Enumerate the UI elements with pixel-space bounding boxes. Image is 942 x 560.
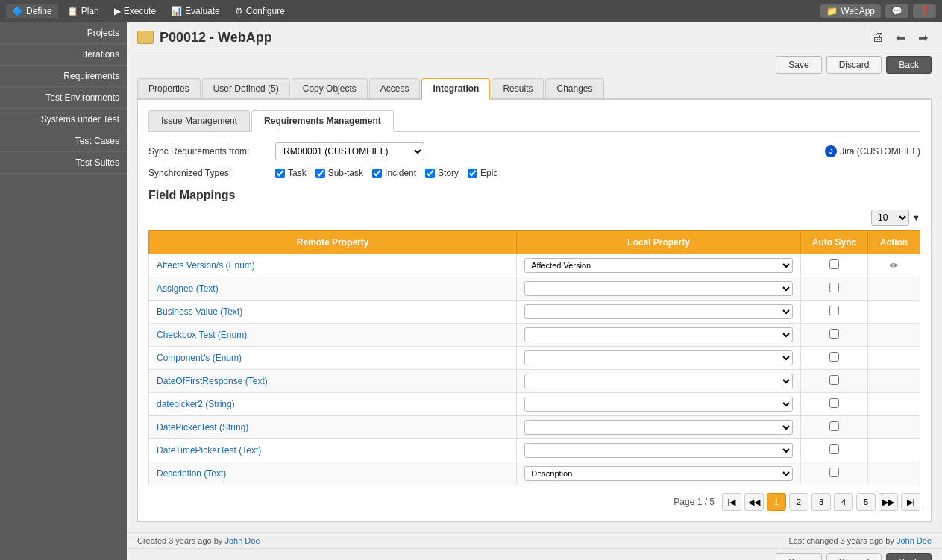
sidebar-item-projects[interactable]: Projects: [0, 22, 127, 44]
page-1-btn[interactable]: 1: [767, 493, 786, 511]
edit-icon[interactable]: ✏: [890, 259, 899, 271]
webapp-label[interactable]: 📁 WebApp: [820, 4, 881, 18]
type-task-checkbox[interactable]: [275, 169, 285, 178]
auto-sync-checkbox[interactable]: [829, 421, 839, 431]
local-property-cell[interactable]: Description: [517, 462, 801, 485]
tab-integration[interactable]: Integration: [421, 78, 490, 100]
type-story-checkbox[interactable]: [425, 169, 435, 178]
tab-copy-objects[interactable]: Copy Objects: [292, 78, 368, 98]
jira-icon: J: [825, 145, 837, 157]
auto-sync-checkbox[interactable]: [829, 352, 839, 362]
sidebar-item-iterations[interactable]: Iterations: [0, 44, 127, 66]
local-property-cell[interactable]: [517, 393, 801, 416]
nav-execute[interactable]: ▶ Execute: [108, 4, 162, 18]
local-property-cell[interactable]: [517, 439, 801, 462]
sidebar-item-requirements[interactable]: Requirements: [0, 66, 127, 87]
page-size-select[interactable]: 10 25 50 100: [871, 210, 909, 226]
page-prev-prev-btn[interactable]: ◀◀: [744, 493, 764, 511]
bottom-discard-button[interactable]: Discard: [826, 553, 882, 560]
local-property-select[interactable]: [524, 350, 793, 365]
type-epic[interactable]: Epic: [468, 168, 497, 178]
changed-by-link[interactable]: John Doe: [897, 536, 932, 545]
auto-sync-checkbox[interactable]: [829, 306, 839, 315]
back-button[interactable]: Back: [886, 56, 932, 74]
tab-results[interactable]: Results: [492, 78, 544, 98]
sub-tab-issue-management[interactable]: Issue Management: [148, 110, 250, 131]
sub-tab-requirements-management[interactable]: Requirements Management: [251, 110, 394, 132]
local-property-cell[interactable]: [517, 416, 801, 439]
page-2-btn[interactable]: 2: [789, 493, 808, 511]
auto-sync-cell[interactable]: [801, 324, 868, 347]
bottom-save-button[interactable]: Save: [776, 553, 821, 560]
auto-sync-cell[interactable]: [801, 277, 868, 301]
auto-sync-cell[interactable]: [801, 416, 868, 439]
sidebar-item-systems-under-test[interactable]: Systems under Test: [0, 109, 127, 130]
auto-sync-cell[interactable]: [801, 301, 868, 324]
page-first-btn[interactable]: |◀: [722, 493, 741, 511]
auto-sync-checkbox[interactable]: [829, 468, 839, 477]
type-story[interactable]: Story: [425, 168, 459, 178]
local-property-select[interactable]: [524, 281, 793, 296]
auto-sync-checkbox[interactable]: [829, 444, 839, 454]
local-property-select[interactable]: [524, 374, 793, 388]
nav-define[interactable]: 🔷 Define: [6, 4, 58, 18]
type-incident-checkbox[interactable]: [372, 169, 382, 178]
print-btn[interactable]: 🖨: [869, 28, 887, 46]
auto-sync-cell[interactable]: [801, 370, 868, 393]
auto-sync-cell[interactable]: [801, 347, 868, 370]
discard-button[interactable]: Discard: [826, 56, 882, 74]
local-property-select[interactable]: [524, 443, 793, 458]
auto-sync-checkbox[interactable]: [829, 375, 839, 385]
auto-sync-checkbox[interactable]: [829, 259, 839, 269]
table-row: Description (Text)Description: [149, 462, 920, 485]
tab-access[interactable]: Access: [369, 78, 421, 98]
tab-properties[interactable]: Properties: [137, 78, 201, 98]
sync-requirements-select[interactable]: RM00001 (CUSTOMFIEL): [275, 142, 424, 160]
auto-sync-checkbox[interactable]: [829, 398, 839, 408]
help-btn[interactable]: ❓: [913, 4, 936, 18]
col-action: Action: [868, 231, 920, 254]
local-property-select[interactable]: Description: [524, 466, 793, 481]
save-button[interactable]: Save: [776, 56, 821, 74]
auto-sync-cell[interactable]: [801, 462, 868, 485]
sidebar-item-test-suites[interactable]: Test Suites: [0, 152, 127, 174]
nav-evaluate[interactable]: 📊 Evaluate: [165, 4, 226, 18]
page-3-btn[interactable]: 3: [811, 493, 831, 511]
auto-sync-checkbox[interactable]: [829, 329, 839, 339]
page-5-btn[interactable]: 5: [856, 493, 876, 511]
local-property-select[interactable]: [524, 420, 793, 435]
local-property-cell[interactable]: [517, 301, 801, 324]
local-property-select[interactable]: [524, 304, 793, 319]
type-subtask-checkbox[interactable]: [315, 169, 325, 178]
local-property-select[interactable]: [524, 397, 793, 412]
page-last-btn[interactable]: ▶|: [901, 493, 920, 511]
created-by-link[interactable]: John Doe: [224, 536, 260, 545]
auto-sync-cell[interactable]: [801, 254, 868, 277]
sidebar-item-test-cases[interactable]: Test Cases: [0, 130, 127, 152]
local-property-cell[interactable]: [517, 347, 801, 370]
nav-plan[interactable]: 📋 Plan: [61, 4, 105, 18]
sidebar-item-test-environments[interactable]: Test Environments: [0, 87, 127, 109]
local-property-cell[interactable]: Affected Version: [517, 254, 801, 277]
type-subtask[interactable]: Sub-task: [315, 168, 363, 178]
bottom-back-button[interactable]: Back: [886, 553, 932, 560]
local-property-cell[interactable]: [517, 324, 801, 347]
nav-configure[interactable]: ⚙ Configure: [229, 4, 291, 18]
tab-user-defined[interactable]: User Defined (5): [202, 78, 290, 98]
local-property-select[interactable]: Affected Version: [524, 258, 793, 273]
local-property-cell[interactable]: [517, 277, 801, 301]
local-property-select[interactable]: [524, 327, 793, 342]
type-task[interactable]: Task: [275, 168, 307, 178]
auto-sync-cell[interactable]: [801, 393, 868, 416]
page-4-btn[interactable]: 4: [834, 493, 853, 511]
type-epic-checkbox[interactable]: [468, 169, 477, 178]
page-next-next-btn[interactable]: ▶▶: [879, 493, 898, 511]
local-property-cell[interactable]: [517, 370, 801, 393]
tab-changes[interactable]: Changes: [545, 78, 603, 98]
back-arrow-btn[interactable]: ⬅: [891, 28, 909, 46]
auto-sync-checkbox[interactable]: [829, 283, 839, 292]
auto-sync-cell[interactable]: [801, 439, 868, 462]
forward-arrow-btn[interactable]: ➡: [914, 28, 932, 46]
messages-btn[interactable]: 💬: [885, 4, 908, 18]
type-incident[interactable]: Incident: [372, 168, 416, 178]
